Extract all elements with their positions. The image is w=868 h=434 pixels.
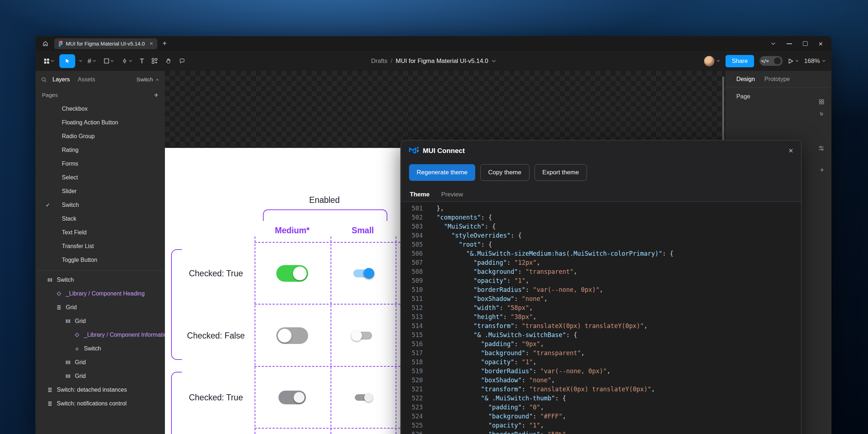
rows-icon (47, 387, 53, 392)
tab-theme[interactable]: Theme (410, 191, 430, 198)
export-theme-button[interactable]: Export theme (535, 164, 587, 181)
dialog-close-icon[interactable]: × (788, 147, 793, 155)
layer-row[interactable]: _Library / Component Heading (35, 287, 165, 301)
text-tool-button[interactable]: T (137, 54, 147, 68)
grid-dashed-line (255, 428, 400, 429)
page-item[interactable]: Radio Group (35, 129, 165, 143)
breadcrumb-folder[interactable]: Drafts (371, 58, 387, 65)
layer-row[interactable]: Grid (35, 369, 165, 383)
chevron-down-icon[interactable] (79, 60, 82, 62)
main-menu-button[interactable] (41, 54, 57, 68)
layer-row[interactable]: Switch (35, 273, 165, 287)
code-line: 513 "height": "38px", (401, 312, 801, 322)
pen-tool-button[interactable] (119, 54, 135, 68)
chevron-down-icon[interactable] (716, 60, 720, 62)
page-item[interactable]: Floating Action Button (35, 116, 165, 129)
code-text: "borderRadius": "var(--none, 0px)", (437, 367, 610, 376)
regenerate-theme-button[interactable]: Regenerate theme (409, 164, 475, 181)
code-text: "transform": "translateX(0px) translateY… (437, 322, 647, 331)
minimize-icon[interactable] (787, 43, 792, 44)
page-item[interactable]: Forms (35, 157, 165, 171)
page-item[interactable]: Rating (35, 143, 165, 157)
window-close-icon[interactable]: × (818, 40, 823, 47)
share-button[interactable]: Share (726, 55, 754, 67)
switch-component[interactable] (278, 391, 306, 404)
zoom-control[interactable]: 168% (804, 58, 826, 65)
artboard[interactable]: Enabled Medium* Small Checked: True Chec… (165, 148, 400, 434)
add-page-button[interactable]: + (154, 91, 158, 99)
layer-label: _Library / Component Information (84, 332, 165, 338)
breadcrumb[interactable]: Drafts / MUI for Figma Material UI-v5.14… (371, 51, 496, 71)
code-text: "padding": "9px", (437, 340, 544, 349)
current-selection-dropdown[interactable]: Switch (136, 76, 159, 83)
page-item[interactable]: Slider (35, 184, 165, 198)
move-cursor-icon (64, 58, 71, 64)
chevron-down-icon (110, 60, 114, 62)
line-number: 515 (401, 331, 423, 340)
code-line: 504 "styleOverrides": { (401, 231, 801, 240)
page-item[interactable]: Select (35, 171, 165, 184)
page-item[interactable]: Stack (35, 212, 165, 226)
home-button[interactable] (40, 38, 51, 49)
close-tab-icon[interactable]: × (149, 40, 153, 47)
layer-row[interactable]: Grid (35, 301, 165, 314)
row-label: Checked: False (187, 331, 245, 341)
page-item[interactable]: ✓Switch (35, 198, 165, 212)
switch-component[interactable] (353, 269, 372, 277)
switch-component[interactable] (276, 327, 308, 344)
user-avatar[interactable] (704, 56, 715, 67)
page-item[interactable]: Transfer List (35, 239, 165, 253)
code-line: 511 "boxShadow": "none", (401, 294, 801, 303)
layer-row[interactable]: Switch: notifications control (35, 397, 165, 410)
file-tab[interactable]: MUI for Figma Material UI-v5.14.0 × (54, 38, 157, 49)
tab-layers[interactable]: Layers (52, 76, 70, 83)
adjustments-icon[interactable] (818, 145, 824, 151)
hand-tool-button[interactable] (163, 54, 174, 68)
tab-preview[interactable]: Preview (441, 191, 463, 198)
chevron-down-icon (51, 60, 54, 62)
switch-component[interactable] (276, 265, 308, 282)
code-line: 503 "MuiSwitch": { (401, 222, 801, 231)
layer-label: Grid (75, 373, 86, 379)
theme-code-editor[interactable]: 501},502"components": {503 "MuiSwitch": … (401, 202, 801, 434)
search-icon[interactable] (41, 77, 47, 82)
page-item[interactable]: Checkbox (35, 102, 165, 116)
switch-thumb (293, 267, 307, 280)
frame-tool-button[interactable]: # (85, 54, 99, 68)
layer-row[interactable]: Grid (35, 314, 165, 328)
chevron-down-icon[interactable] (492, 60, 496, 63)
tab-prototype[interactable]: Prototype (764, 76, 790, 82)
line-number: 519 (401, 367, 423, 376)
page-item[interactable]: Text Field (35, 226, 165, 239)
tab-design[interactable]: Design (736, 76, 755, 82)
styles-grid-icon[interactable] (819, 99, 824, 105)
present-button[interactable] (788, 58, 799, 64)
move-tool-button[interactable] (59, 54, 75, 68)
line-number: 523 (401, 403, 423, 412)
checkmark-icon: ✓ (46, 202, 50, 208)
resources-button[interactable] (149, 54, 160, 68)
breadcrumb-file-name[interactable]: MUI for Figma Material UI-v5.14.0 (396, 58, 488, 65)
page-item[interactable]: Toggle Button (35, 253, 165, 267)
layer-row[interactable]: Switch: detached instances (35, 383, 165, 397)
maximize-icon[interactable] (803, 41, 808, 46)
switch-component[interactable] (353, 332, 372, 340)
layer-row[interactable]: _Library / Component Information (35, 328, 165, 342)
new-tab-button[interactable]: + (162, 39, 167, 48)
layer-row[interactable]: #Switch (35, 342, 165, 356)
annotation-bracket-left (171, 372, 182, 434)
add-style-icon[interactable]: + (820, 166, 824, 174)
code-text: "borderRadius": "50%", (437, 430, 570, 434)
layer-row[interactable]: Grid (35, 356, 165, 369)
shape-tool-button[interactable] (101, 54, 116, 68)
pointer-icon[interactable] (819, 111, 824, 116)
switch-thumb (278, 329, 292, 342)
grid-dashed-line (331, 237, 331, 434)
comment-tool-button[interactable] (176, 54, 188, 68)
layer-label: _Library / Component Heading (66, 290, 145, 297)
copy-theme-button[interactable]: Copy theme (480, 164, 529, 181)
tab-assets[interactable]: Assets (78, 76, 95, 83)
dev-mode-toggle[interactable]: </> (760, 56, 783, 66)
window-menu-chevron-icon[interactable] (771, 42, 776, 45)
switch-component[interactable] (355, 394, 371, 401)
